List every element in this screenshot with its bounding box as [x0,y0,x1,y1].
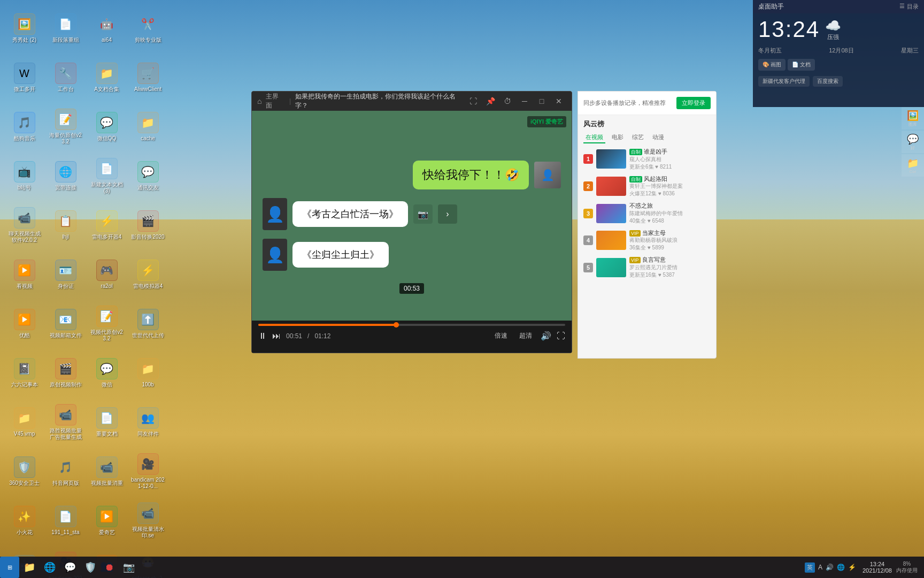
desktop-icon-30[interactable]: 🎬 原创视频制作 [45,349,86,397]
next-btn[interactable]: › [438,204,457,224]
taskbar-msg[interactable]: 💬 [60,557,80,578]
desktop-icon-35[interactable]: 📄 重要文档 [87,398,127,446]
progress-bar[interactable] [258,324,565,326]
desktop-icon-36[interactable]: 👥 同友伴件 [128,398,168,446]
start-button[interactable]: ⊞ [0,557,19,578]
trending-item-3[interactable]: 3 不惑之旅 陈建斌梅婷的中年爱情 40集全 ♥ 6548 [583,202,711,224]
trending-item-5[interactable]: 5 VIP 良言写意 罗云熙遇见刀片爱情 更新至16集 ♥ 5387 [583,256,711,279]
tray-input[interactable]: A [818,564,822,571]
clock-btn[interactable]: ⏱ [500,94,515,109]
login-button[interactable]: 立即登录 [676,97,711,109]
volume-btn[interactable]: 🔊 [541,331,551,341]
desktop-icon-24[interactable]: ⚡ 雷电模拟器4 [128,250,168,299]
desktop-icon-29[interactable]: 📓 六六记事本 [4,349,44,397]
desktop-icon-17[interactable]: 📹 聊天视频生成软件v2.0.2 [4,201,44,249]
desktop-icon-9[interactable]: 🎵 酷狗音乐 [4,103,44,151]
desktop-icon-10[interactable]: 📝 海量仿原创v23.2 [45,103,86,151]
desktop-icon-7[interactable]: 📁 A文档合集 [87,54,127,102]
taskbar-file-explorer[interactable]: 📁 [19,557,40,578]
trending-item-1[interactable]: 1 自制 谁是凶手 窥人心探真相 更新全6集 ♥ 8211 [583,148,711,171]
desktop-icon-22[interactable]: 🪪 身份证 [45,250,86,299]
icon-label-7: A文档合集 [94,86,119,93]
widget-login-btn[interactable]: 目录 [907,3,919,11]
icon-img-7: 📁 [96,63,118,84]
desktop-icon-28[interactable]: ⬆️ 世世代代上传 [128,300,168,348]
desktop-icon-15[interactable]: 📄 新建文本文档(3) [87,152,127,200]
desktop-icon-31[interactable]: 💬 微信 [87,349,127,397]
widget-tool-1[interactable]: 🎨 画图 [758,59,786,71]
speed-btn[interactable]: 倍速 [491,330,511,341]
desktop-icon-44[interactable]: 📹 视频批量清水印.se [128,497,168,545]
desktop-icon-38[interactable]: 🎵 抖音网页版 [45,447,86,496]
desktop-icon-18[interactable]: 📋 lhjl [45,201,86,249]
desktop: 🖼️ 秀秀处 (2) 📄 新段落重组 🤖 ai64 ✂️ 剪映专业版 W 微工多… [0,0,924,578]
desktop-icon-20[interactable]: 🎬 影音转换2020 [128,201,168,249]
widget-extra-2[interactable]: 百度搜索 [813,76,843,87]
widget-tools: 🎨 画图 📄 文档 [753,56,924,74]
desktop-icon-13[interactable]: 📺 b站号 [4,152,44,200]
desktop-icon-11[interactable]: 💬 微信QQ [87,103,127,151]
tray-icon-1: 🔊 [826,564,834,571]
desktop-icon-3[interactable]: 🤖 ai64 [87,4,127,52]
desktop-icon-21[interactable]: ▶️ 看视频 [4,250,44,299]
maximize-btn[interactable]: □ [534,94,549,109]
tab-video[interactable]: 在视频 [583,132,605,143]
edge-icon-2[interactable]: 💬 好 [902,131,924,153]
play-pause-btn[interactable]: ⏸ [258,331,267,341]
minimize-btn[interactable]: ─ [517,94,532,109]
desktop-icon-40[interactable]: 🎥 bandicam 2021-12-0... [128,447,168,496]
desktop-icon-14[interactable]: 🌐 宽带连接 [45,152,86,200]
quality-btn[interactable]: 超清 [516,330,535,341]
fullscreen-btn[interactable]: ⛶ [466,94,481,109]
desktop-icon-32[interactable]: 📁 100b [128,349,168,397]
taskbar-scan[interactable]: 📷 [119,557,139,578]
desktop-icon-25[interactable]: ▶️ 优酷 [4,300,44,348]
desktop-icon-43[interactable]: ▶️ 爱奇艺 [87,497,127,545]
widget-extra-1[interactable]: 新疆代发客户代理 [758,76,810,87]
desktop-icon-23[interactable]: 🎮 ra2ol [87,250,127,299]
desktop-icon-26[interactable]: 📧 视频邮箱文件 [45,300,86,348]
trending-item-2[interactable]: 2 自制 风起洛阳 黄轩王一博探神都是案 火爆至12集 ♥ 8036 [583,175,711,198]
desktop-icon-34[interactable]: 📹 路胜视频批量广告批量生成 [45,398,86,446]
taskbar-360[interactable]: 🛡️ [80,557,101,578]
fullscreen-player-btn[interactable]: ⛶ [557,331,565,341]
tray-lang[interactable]: 英 [805,562,815,573]
tray-icon-3: ⚡ [848,564,856,571]
desktop-icon-19[interactable]: ⚡ 雷电多开器4 [87,201,127,249]
desktop-icon-8[interactable]: 🛒 AliwwClient [128,54,168,102]
desktop-icon-1[interactable]: 🖼️ 秀秀处 (2) [4,4,44,52]
camera-btn[interactable]: 📷 [413,204,433,224]
desktop-icon-5[interactable]: W 微工多开 [4,54,44,102]
desktop-icon-12[interactable]: 📁 cache [128,103,168,151]
pin-btn[interactable]: 📌 [483,94,498,109]
widget-menu-btn[interactable]: ☰ [899,3,905,11]
time-separator: / [307,332,309,340]
tab-variety[interactable]: 综艺 [630,132,646,143]
trending-item-4[interactable]: 4 VIP 当家主母 蒋勤勤杨蓉杨风破浪 36集全 ♥ 5899 [583,229,711,252]
tab-anime[interactable]: 动漫 [650,132,666,143]
desktop-icon-27[interactable]: 📝 视频代原创v23.2 [87,300,127,348]
desktop-icon-2[interactable]: 📄 新段落重组 [45,4,86,52]
trending-sub: 蒋勤勤杨蓉杨风破浪 [629,237,711,244]
tab-movie[interactable]: 电影 [610,132,626,143]
desktop-icon-37[interactable]: 🛡️ 360安全卫士 [4,447,44,496]
desktop-icon-4[interactable]: ✂️ 剪映专业版 [128,4,168,52]
taskbar-browser[interactable]: 🌐 [40,557,60,578]
edge-icon-1[interactable]: 🖼️ 图库 [902,107,924,130]
trending-sub: 罗云熙遇见刀片爱情 [629,264,711,271]
next-track-btn[interactable]: ⏭ [272,331,281,341]
desktop-icon-33[interactable]: 📁 V45.vmp [4,398,44,446]
home-icon[interactable]: ⌂ [257,97,261,105]
edge-icon-3[interactable]: 📁 Cor [902,154,924,177]
icon-img-26: 📧 [55,309,76,330]
taskbar-rec[interactable]: ⏺ [101,557,119,578]
desktop-icon-39[interactable]: 📹 视频批量消重 [87,447,127,496]
widget-tool-2[interactable]: 📄 文档 [788,59,815,71]
close-btn[interactable]: ✕ [551,94,566,109]
file-explorer-icon: 📁 [24,561,35,573]
chat-avatar-right: 👤 [534,162,561,188]
desktop-icon-42[interactable]: 📄 191_11_sta [45,497,86,545]
desktop-icon-16[interactable]: 💬 通讯交友 [128,152,168,200]
desktop-icon-41[interactable]: ✨ 小火花 [4,497,44,545]
desktop-icon-6[interactable]: 🔧 工作台 [45,54,86,102]
